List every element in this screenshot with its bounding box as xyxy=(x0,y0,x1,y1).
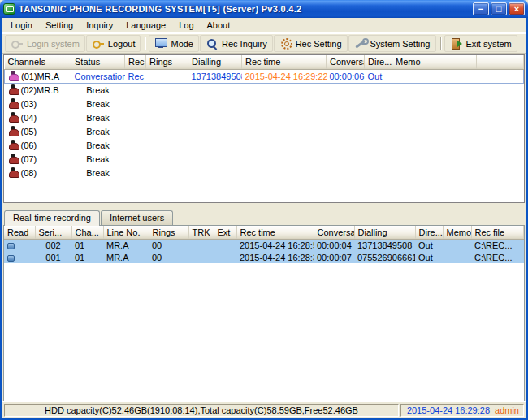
cell-memo xyxy=(392,166,477,180)
cell-rec-time xyxy=(242,83,327,97)
menu-inquiry[interactable]: Inquiry xyxy=(80,19,119,32)
cell-dialling xyxy=(188,110,242,124)
cell-filler xyxy=(477,124,524,138)
column-header-dialling[interactable]: Dialling xyxy=(354,226,415,239)
cell-serial: 002 xyxy=(35,239,71,251)
tools-icon xyxy=(354,37,367,50)
rec-inquiry-button[interactable]: Rec Inquiry xyxy=(200,35,273,52)
toolbar-button-label: Rec Inquiry xyxy=(222,39,267,49)
channel-row[interactable]: (01)MR.A Conversation Rec 13713849508 20… xyxy=(5,69,524,83)
column-header-channels[interactable]: Channels xyxy=(5,55,71,69)
column-header-read[interactable]: Read xyxy=(4,226,35,239)
channels-table: Channels Status Rec Rings Dialling Rec t… xyxy=(4,55,524,180)
column-header-trk[interactable]: TRK xyxy=(188,226,214,239)
cell-rec xyxy=(125,83,146,97)
cell-rec xyxy=(125,124,146,138)
status-bar: HDD capacity(C)52.46GB(1910:08:14),Total… xyxy=(2,401,526,418)
menu-login[interactable]: Login xyxy=(4,19,39,32)
cell-rec-time xyxy=(242,138,327,152)
cell-conversation xyxy=(327,83,365,97)
agent-icon xyxy=(8,71,19,81)
cell-rec-time xyxy=(242,110,327,124)
column-header-channel[interactable]: Cha... xyxy=(71,226,103,239)
exit-icon xyxy=(450,37,463,50)
column-header-direction[interactable]: Dire... xyxy=(365,55,392,69)
rec-setting-button[interactable]: Rec Setting xyxy=(274,35,348,52)
column-header-serial[interactable]: Seri... xyxy=(35,226,71,239)
column-header-rec-file[interactable]: Rec file xyxy=(471,226,524,239)
cell-rec-time: 2015-04-24 16:28:52 xyxy=(236,239,314,251)
cell-memo xyxy=(392,97,477,110)
cell-direction xyxy=(365,152,392,166)
toolbar-button-label: System Setting xyxy=(370,39,431,49)
column-header-conversation[interactable]: Conversa... xyxy=(327,55,365,69)
column-header-direction[interactable]: Dire... xyxy=(415,226,443,239)
close-button[interactable]: × xyxy=(509,2,525,15)
column-header-ext[interactable]: Ext xyxy=(214,226,236,239)
cell-channel: (04) xyxy=(5,110,71,124)
status-user: admin xyxy=(495,405,519,415)
channel-row[interactable]: (03) Break xyxy=(5,97,524,110)
minimize-button[interactable]: − xyxy=(473,2,489,15)
system-setting-button[interactable]: System Setting xyxy=(348,35,436,52)
column-header-rec-time[interactable]: Rec time xyxy=(236,226,314,239)
column-header-rings[interactable]: Rings xyxy=(146,55,188,69)
cell-channel: (08) xyxy=(5,166,71,180)
menu-log[interactable]: Log xyxy=(172,19,200,32)
column-header-conversation[interactable]: Conversa... xyxy=(314,226,354,239)
toolbar-button-label: Mode xyxy=(171,39,193,49)
cell-filler xyxy=(477,83,524,97)
cell-dialling xyxy=(188,124,242,138)
channel-row[interactable]: (02)MR.B Break xyxy=(5,83,524,97)
column-header-rec[interactable]: Rec xyxy=(125,55,146,69)
column-header-memo[interactable]: Memo xyxy=(443,226,471,239)
column-header-line-no[interactable]: Line No. xyxy=(103,226,149,239)
cell-filler xyxy=(477,138,524,152)
menu-about[interactable]: About xyxy=(201,19,237,32)
cell-rec xyxy=(125,152,146,166)
gear-icon xyxy=(279,37,292,50)
channel-row[interactable]: (06) Break xyxy=(5,138,524,152)
cell-dialling xyxy=(188,83,242,97)
window-title: TANSONIC PHONE RECORDING SYSTEM[T5] (Ser… xyxy=(19,4,470,14)
menu-language[interactable]: Language xyxy=(119,19,172,32)
logout-button[interactable]: Logout xyxy=(86,35,141,52)
login-system-button[interactable]: Login system xyxy=(5,35,85,52)
column-header-dialling[interactable]: Dialling xyxy=(188,55,242,69)
recordings-header-row: Read Seri... Cha... Line No. Rings TRK E… xyxy=(4,226,524,239)
status-right-panel: 2015-04-24 16:29:28 admin xyxy=(400,404,524,417)
tab-real-time-recording[interactable]: Real-time recording xyxy=(4,210,100,226)
channel-row[interactable]: (05) Break xyxy=(5,124,524,138)
cell-direction: Out xyxy=(415,251,443,263)
channel-row[interactable]: (08) Break xyxy=(5,166,524,180)
column-header-rings[interactable]: Rings xyxy=(149,226,188,239)
cell-direction xyxy=(365,166,392,180)
cell-status: Break xyxy=(71,138,125,152)
cell-memo xyxy=(392,138,477,152)
cell-status: Break xyxy=(71,152,125,166)
cell-conversation: 00:00:07 xyxy=(314,251,354,263)
recording-row[interactable]: 002 01 MR.A 00 2015-04-24 16:28:52 00:00… xyxy=(4,239,524,251)
column-header-rec-time[interactable]: Rec time xyxy=(242,55,327,69)
column-header-status[interactable]: Status xyxy=(71,55,125,69)
cell-filler xyxy=(477,152,524,166)
recording-row[interactable]: 001 01 MR.A 00 2015-04-24 16:28:39 00:00… xyxy=(4,251,524,263)
tab-internet-users[interactable]: Internet users xyxy=(101,210,173,225)
toolbar: Login system Logout Mode Rec Inquiry xyxy=(2,33,526,54)
cell-direction xyxy=(365,83,392,97)
agent-icon xyxy=(8,167,19,178)
search-icon xyxy=(206,37,219,50)
exit-system-button[interactable]: Exit system xyxy=(444,35,517,52)
maximize-button[interactable]: □ xyxy=(491,2,507,15)
column-header-memo[interactable]: Memo xyxy=(392,55,477,69)
channel-row[interactable]: (07) Break xyxy=(5,152,524,166)
channel-row[interactable]: (04) Break xyxy=(5,110,524,124)
cell-memo xyxy=(392,152,477,166)
cell-rings xyxy=(146,166,188,180)
cell-status: Break xyxy=(71,166,125,180)
agent-icon xyxy=(8,98,19,109)
cell-conversation: 00:00:04 xyxy=(314,239,354,251)
cell-conversation xyxy=(327,138,365,152)
mode-button[interactable]: Mode xyxy=(149,35,199,52)
menu-setting[interactable]: Setting xyxy=(39,19,80,32)
